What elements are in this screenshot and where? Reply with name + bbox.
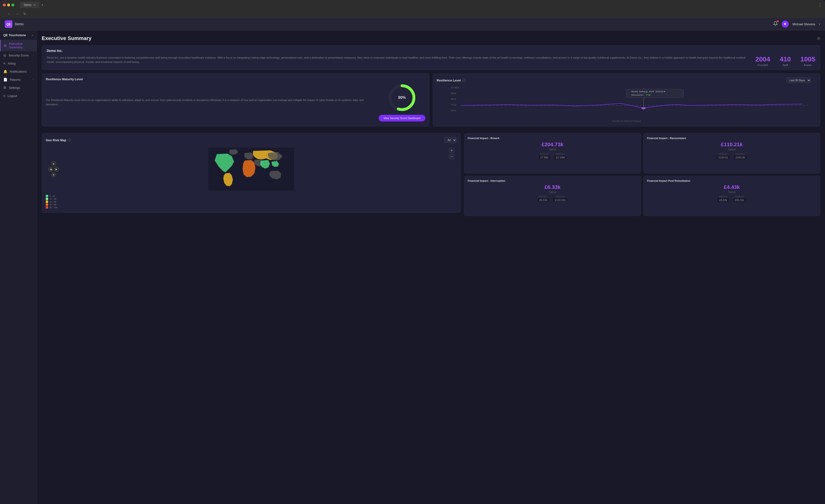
notification-badge xyxy=(777,20,779,22)
map-left-button[interactable]: ◀ xyxy=(48,166,53,172)
period-selector[interactable]: Last 30 Days Last 7 Days Last 90 Days xyxy=(786,77,811,83)
sidebar: QE Touchstone « ⊞ Executive Summary ◎ Se… xyxy=(0,30,37,504)
back-button[interactable]: ← xyxy=(6,11,12,16)
active-tab[interactable]: Demo ✕ xyxy=(20,2,39,8)
legend-color-4 xyxy=(46,206,48,208)
geo-risk-info-icon[interactable]: i xyxy=(68,139,71,142)
resilience-maturity-title: Resilience Maturity Level xyxy=(46,77,425,81)
app-name: Demo xyxy=(15,22,23,26)
user-menu-chevron[interactable]: ▾ xyxy=(819,23,820,25)
geo-risk-card: Geo Risk Map i All ▲ ◀ ▶ xyxy=(42,133,461,213)
traffic-lights xyxy=(3,4,14,6)
assets-label: Assets xyxy=(801,64,815,67)
zoom-in-button[interactable]: + xyxy=(449,148,454,153)
legend-item-2: 41 - 60 xyxy=(46,200,457,203)
page-title: Executive Summary xyxy=(42,35,91,41)
company-stats: 2004 Founded 410 Staff 1005 Assets xyxy=(755,56,815,67)
resilience-level-card: Resilience Level i Last 30 Days Last 7 D… xyxy=(433,73,820,127)
financial-interruption-card: Financial Impact - Interruption £6.33k T… xyxy=(464,176,641,216)
logout-icon: ⎋ xyxy=(3,94,5,98)
map-navigation: ▲ ◀ ▶ ▼ xyxy=(48,161,59,177)
page-header: Executive Summary ⊞ xyxy=(42,35,820,41)
notification-bell[interactable] xyxy=(773,21,778,27)
sidebar-item-executive-summary[interactable]: ⊞ Executive Summary xyxy=(0,40,37,51)
sidebar-item-label: Settings xyxy=(9,86,20,90)
app-wrapper: QE Demo M Michael Stevens ▾ QE Touchston… xyxy=(0,18,825,504)
sidebar-item-label: Notifications xyxy=(10,70,27,73)
geo-filter-dropdown[interactable]: All xyxy=(444,137,457,143)
browser-chrome: Demo ✕ + ⋮ ← → ↻ xyxy=(0,0,825,18)
svg-text:80%: 80% xyxy=(398,95,406,99)
map-right-button[interactable]: ▶ xyxy=(54,166,59,172)
reports-chevron-icon: › xyxy=(33,78,33,81)
sidebar-item-notifications[interactable]: 🔔 Notifications xyxy=(0,67,37,76)
gauge-chart: 80% xyxy=(388,83,416,112)
svg-text:Score: 72: Score: 72 xyxy=(631,94,651,96)
sidebar-header: QE Touchstone « xyxy=(0,33,37,40)
staff-label: Staff xyxy=(780,64,791,67)
forward-button[interactable]: → xyxy=(14,11,20,16)
interruption-typical-label: Typical xyxy=(467,191,637,193)
chart-menu-icon[interactable]: ⋮ xyxy=(813,78,816,82)
legend-item-1: 21 - 40 xyxy=(46,198,457,200)
legend-item-4: 81 - 100 xyxy=(46,206,457,208)
founded-value: 2004 xyxy=(755,56,770,63)
tab-label: Demo xyxy=(24,3,31,7)
legend-label-0: 0 - 20 xyxy=(50,195,55,197)
legend-color-2 xyxy=(46,200,48,203)
user-name: Michael Stevens xyxy=(793,22,815,26)
map-down-button[interactable]: ▼ xyxy=(51,172,56,177)
founded-label: Founded xyxy=(755,64,770,67)
sidebar-item-logout[interactable]: ⎋ Logout xyxy=(0,92,37,100)
legend-color-0 xyxy=(46,195,48,197)
financial-ransomware-card: Financial Impact - Ransomware £110.21k T… xyxy=(644,133,820,173)
logo: QE Demo xyxy=(5,20,23,28)
sidebar-item-settings[interactable]: ⚙ Settings xyxy=(0,84,37,92)
interruption-minimum: Minimum £5.63k xyxy=(537,195,549,202)
tab-close-icon[interactable]: ✕ xyxy=(33,4,35,7)
map-container: ▲ ◀ ▶ ▼ xyxy=(46,145,457,193)
breach-minmax: Minimum £7.88k Maximum £2.14M xyxy=(467,153,637,159)
svg-text:60: 60 xyxy=(450,109,456,112)
grid-icon[interactable]: ⊞ xyxy=(817,36,820,41)
browser-menu-icon[interactable]: ⋮ xyxy=(818,2,822,8)
interruption-title: Financial Impact - Interruption xyxy=(467,179,637,182)
zoom-out-button[interactable]: − xyxy=(449,154,454,159)
interruption-value: £6.33k xyxy=(467,184,637,190)
resilience-level-header: Resilience Level i Last 30 Days Last 7 D… xyxy=(437,77,816,83)
legend-item-3: 61 - 80 xyxy=(46,203,457,206)
map-up-button[interactable]: ▲ xyxy=(51,161,56,166)
view-security-score-button[interactable]: View Security Score Dashboard xyxy=(379,115,425,121)
security-score-chevron-icon: › xyxy=(33,54,33,57)
geo-risk-title: Geo Risk Map i xyxy=(46,139,71,142)
company-content: Demo Inc. are a dynamic health industry … xyxy=(47,56,815,67)
sidebar-item-reports[interactable]: 📄 Reports › xyxy=(0,76,37,84)
staff-stat: 410 Staff xyxy=(780,56,791,67)
resilience-level-title: Resilience Level i xyxy=(437,79,466,82)
maximize-button[interactable] xyxy=(11,4,14,6)
legend-color-1 xyxy=(46,198,48,200)
map-legend: 0 - 20 21 - 40 41 - 60 61 - 80 xyxy=(46,195,457,208)
top-bar-right: M Michael Stevens ▾ xyxy=(773,20,820,28)
svg-text:90: 90 xyxy=(450,92,456,95)
ransomware-value: £110.21k xyxy=(647,142,817,148)
sidebar-item-security-score[interactable]: ◎ Security Score › xyxy=(0,51,37,59)
reload-button[interactable]: ↻ xyxy=(22,11,28,16)
sidebar-item-airlog[interactable]: ≡ Airlog xyxy=(0,59,37,67)
sidebar-collapse-button[interactable]: « xyxy=(32,33,33,37)
resilience-level-info-icon[interactable]: i xyxy=(462,79,466,82)
post-remediation-value: £4.43k xyxy=(647,184,817,190)
new-tab-button[interactable]: + xyxy=(41,3,44,7)
logo-icon: QE xyxy=(5,20,12,28)
tab-bar: Demo ✕ + xyxy=(20,2,44,8)
post-remediation-minimum: Minimum £5.63k xyxy=(718,195,729,202)
sidebar-item-label: Logout xyxy=(8,94,17,98)
geo-header: Geo Risk Map i All xyxy=(46,137,457,143)
navigation-bar: ← → ↻ xyxy=(3,10,822,18)
main-content: Executive Summary ⊞ Demo Inc. Demo Inc. … xyxy=(37,30,825,504)
svg-text:Sat May 04 2024: Sat May 04 2024 xyxy=(631,90,665,93)
ransomware-title: Financial Impact - Ransomware xyxy=(647,137,817,140)
close-button[interactable] xyxy=(3,4,6,6)
two-col-row: Resilience Maturity Level The Resilience… xyxy=(42,73,820,130)
minimize-button[interactable] xyxy=(7,4,10,6)
